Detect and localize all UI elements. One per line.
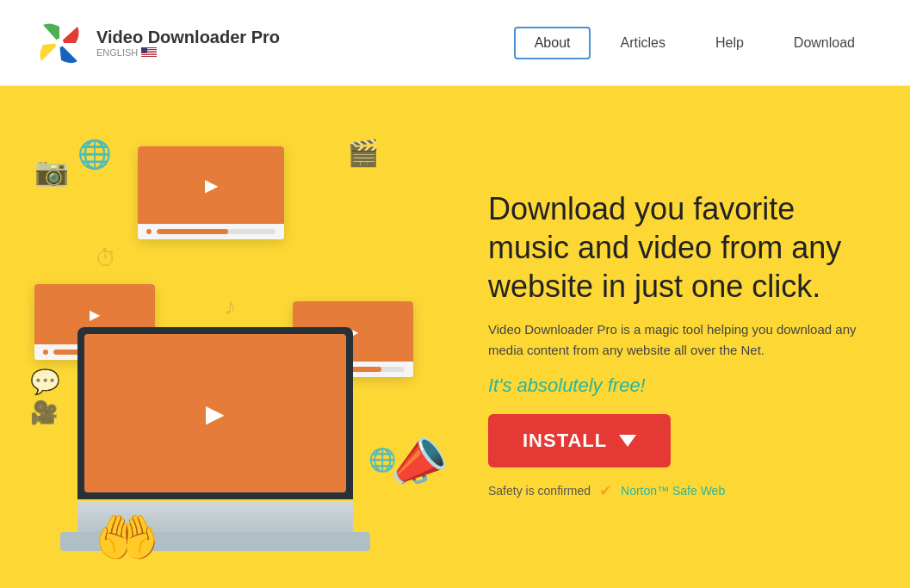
svg-point-0: [55, 39, 64, 47]
time-dot-2: [43, 350, 48, 355]
norton-link[interactable]: Norton™ Safe Web: [621, 484, 725, 498]
logo-title: Video Downloader Pro: [96, 28, 280, 47]
svg-rect-6: [141, 55, 157, 56]
laptop-screen-inner: ▶: [84, 334, 346, 492]
nav-articles[interactable]: Articles: [599, 27, 685, 59]
nav-download[interactable]: Download: [773, 27, 876, 59]
hero-content: Download you favorite music and video fr…: [488, 189, 858, 500]
time-dot-1: [146, 229, 152, 234]
safety-row: Safety is confirmed ✔ Norton™ Safe Web: [488, 481, 858, 500]
logo-lang: ENGLISH: [96, 47, 280, 58]
camera-icon: 📷: [34, 155, 69, 188]
flag-icon: [141, 47, 157, 58]
video-card-1: ▶: [138, 146, 284, 239]
play-btn-1: ▶: [189, 164, 232, 207]
chat-icon: 💬: [30, 368, 60, 396]
laptop-play-btn: ▶: [185, 383, 245, 443]
play-btn-2: ▶: [77, 297, 112, 331]
clock-icon: ⏱: [95, 245, 117, 272]
install-label: INSTALL: [523, 430, 607, 452]
megaphone-icon: 📣: [382, 428, 454, 498]
site-header: Video Downloader Pro ENGLISH About Artic…: [0, 0, 910, 86]
progress-bar-1: [157, 229, 275, 234]
hands-illustration: 🤲: [95, 507, 159, 568]
hero-illustration: 📷 🌐 ⏱ ♪ 🎬 💬 🎥 🌐 ▶: [26, 121, 474, 568]
norton-check-icon: ✔: [599, 481, 612, 500]
hero-section: 📷 🌐 ⏱ ♪ 🎬 💬 🎥 🌐 ▶: [0, 86, 910, 588]
nav-about[interactable]: About: [514, 27, 591, 59]
logo-text-area: Video Downloader Pro ENGLISH: [96, 28, 280, 58]
camcorder-icon: 🎥: [30, 399, 58, 426]
lang-text: ENGLISH: [96, 47, 138, 58]
film-icon: 🎬: [347, 138, 379, 168]
safety-text: Safety is confirmed: [488, 484, 591, 498]
logo-icon: [34, 18, 84, 68]
hero-free-text: It's absolutely free!: [488, 374, 858, 397]
install-arrow-icon: [619, 435, 636, 447]
logo-area: Video Downloader Pro ENGLISH: [34, 18, 280, 68]
music-icon: ♪: [224, 293, 236, 320]
hero-subtitle: Video Downloader Pro is a magic tool hel…: [488, 319, 858, 361]
nav-help[interactable]: Help: [695, 27, 765, 59]
hero-title: Download you favorite music and video fr…: [488, 189, 858, 306]
globe-icon-1: 🌐: [77, 138, 112, 170]
main-nav: About Articles Help Download: [514, 27, 876, 59]
svg-rect-5: [141, 53, 157, 54]
svg-rect-8: [141, 47, 147, 53]
install-button[interactable]: INSTALL: [488, 414, 671, 467]
laptop-screen: ▶: [77, 327, 353, 499]
svg-rect-7: [141, 57, 157, 58]
